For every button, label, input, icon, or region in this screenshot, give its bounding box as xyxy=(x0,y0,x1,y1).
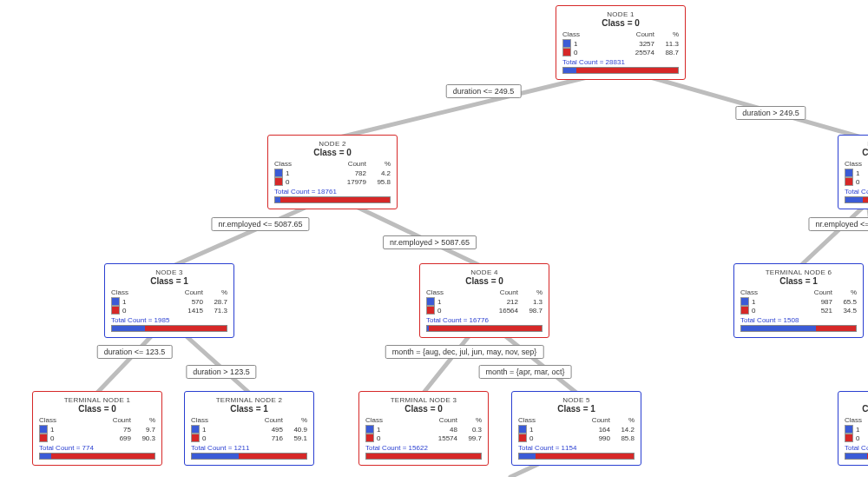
node-class: Class = 0 xyxy=(426,276,542,286)
total-count: Total Count = 1154 xyxy=(518,444,635,452)
class-row: 1325711.3 xyxy=(562,39,679,48)
class-row: 116414.2 xyxy=(518,425,635,434)
split-duration-gt: duration > 249.5 xyxy=(735,106,806,120)
decision-tree-canvas[interactable]: duration <= 249.5 duration > 249.5 nr.em… xyxy=(0,0,868,477)
total-count: Total Count = 10070 xyxy=(845,188,868,195)
node-title: TERMINAL NODE 3 xyxy=(365,396,482,404)
class-row: 1759.7 xyxy=(39,425,155,434)
node-right-clipped[interactable]: NODE Class = 1 Class 1 0 Total Count = 5… xyxy=(838,391,868,466)
split-month-set2: month = {apr, mar, oct} xyxy=(479,365,572,379)
node-3[interactable]: NODE 3 Class = 1 ClassCount% 157028.7 01… xyxy=(104,263,234,338)
class-row: 01656498.7 xyxy=(426,306,542,315)
split-nremployed-le: nr.employed <= 5087.65 xyxy=(211,217,309,231)
swatch-red-icon xyxy=(365,434,374,442)
swatch-blue-icon xyxy=(845,169,853,177)
swatch-red-icon xyxy=(562,48,571,56)
node-5[interactable]: NODE 5 Class = 1 ClassCount% 116414.2 09… xyxy=(511,391,641,466)
class-row: 052134.5 xyxy=(740,306,857,315)
node-title: NODE 1 xyxy=(562,10,679,18)
distribution-bar xyxy=(111,325,227,332)
total-count: Total Count = 15622 xyxy=(365,444,482,452)
node-title: TERMINAL NODE 1 xyxy=(39,396,155,404)
node-4[interactable]: NODE 4 Class = 0 ClassCount% 12121.3 016… xyxy=(419,263,549,338)
node-title: TERMINAL NODE 2 xyxy=(191,396,307,404)
svg-line-7 xyxy=(499,331,576,393)
swatch-red-icon xyxy=(274,177,283,186)
terminal-node-3[interactable]: TERMINAL NODE 3 Class = 0 ClassCount% 14… xyxy=(358,391,489,466)
swatch-blue-icon xyxy=(426,297,435,306)
terminal-node-6[interactable]: TERMINAL NODE 6 Class = 1 ClassCount% 19… xyxy=(733,263,864,338)
distribution-bar xyxy=(518,453,635,460)
swatch-red-icon xyxy=(191,434,200,442)
class-row: 12121.3 xyxy=(426,297,542,306)
node-class: Class = 0 xyxy=(39,404,155,414)
node-6[interactable]: NODE 6 Class = 1 Class 1 0 Total Count =… xyxy=(838,135,868,209)
class-row: 01557499.7 xyxy=(365,434,482,442)
class-row: 02557488.7 xyxy=(562,48,679,56)
total-count: Total Count = 1985 xyxy=(111,316,227,324)
distribution-bar xyxy=(426,325,542,332)
swatch-red-icon xyxy=(111,306,120,315)
node-class: Class = 0 xyxy=(274,148,391,157)
node-title: TERMINAL NODE 6 xyxy=(740,268,857,276)
terminal-node-1[interactable]: TERMINAL NODE 1 Class = 0 ClassCount% 17… xyxy=(32,391,162,466)
class-row: 1480.3 xyxy=(365,425,482,434)
distribution-bar xyxy=(562,67,679,74)
distribution-bar xyxy=(39,453,155,460)
svg-line-2 xyxy=(169,202,317,268)
split-duration-le: duration <= 249.5 xyxy=(446,84,522,98)
total-count: Total Count = 16776 xyxy=(426,316,542,324)
svg-line-9 xyxy=(799,202,868,268)
total-count: Total Count = 1211 xyxy=(191,444,307,452)
distribution-bar xyxy=(365,453,482,460)
class-row: 0 xyxy=(845,434,868,442)
distribution-bar xyxy=(740,325,857,332)
swatch-blue-icon xyxy=(191,425,200,434)
class-row: 099085.8 xyxy=(518,434,635,442)
node-header: ClassCount% xyxy=(562,30,679,38)
node-class: Class = 1 xyxy=(191,404,307,414)
swatch-blue-icon xyxy=(562,39,571,48)
class-row: 1 xyxy=(845,425,868,434)
swatch-blue-icon xyxy=(845,425,853,434)
node-class: Class = 1 xyxy=(740,276,857,286)
class-row: 17824.2 xyxy=(274,169,391,177)
node-class: Class = 1 xyxy=(845,404,868,414)
class-row: 157028.7 xyxy=(111,297,227,306)
swatch-red-icon xyxy=(426,306,435,315)
distribution-bar xyxy=(191,453,307,460)
node-class: Class = 0 xyxy=(365,404,482,414)
node-1[interactable]: NODE 1 Class = 0 ClassCount% 1325711.3 0… xyxy=(556,5,686,80)
total-count: Total Count = 1508 xyxy=(740,316,857,324)
node-class: Class = 1 xyxy=(518,404,635,414)
total-count: Total Count = 774 xyxy=(39,444,155,452)
swatch-blue-icon xyxy=(274,169,283,177)
node-title: NODE xyxy=(845,396,868,404)
total-count: Total Count = 18761 xyxy=(274,188,391,195)
class-row: 0 xyxy=(845,177,868,186)
split-duration-le-123: duration <= 123.5 xyxy=(97,345,173,359)
swatch-blue-icon xyxy=(111,297,120,306)
node-title: NODE 5 xyxy=(518,396,635,404)
terminal-node-2[interactable]: TERMINAL NODE 2 Class = 1 ClassCount% 14… xyxy=(184,391,314,466)
total-count: Total Count = 28831 xyxy=(562,58,679,66)
svg-line-4 xyxy=(97,331,156,393)
split-duration-gt-123: duration > 123.5 xyxy=(186,365,256,379)
swatch-blue-icon xyxy=(39,425,48,434)
split-nremployed-gt: nr.employed > 5087.65 xyxy=(383,235,477,249)
swatch-red-icon xyxy=(845,434,853,442)
swatch-red-icon xyxy=(740,306,749,315)
class-row: 071659.1 xyxy=(191,434,307,442)
node-title: NODE 6 xyxy=(845,140,868,148)
svg-line-6 xyxy=(424,331,473,393)
distribution-bar xyxy=(845,453,868,460)
split-n6-left: nr.employed <= 5087.65 xyxy=(808,217,868,231)
class-row: 198765.5 xyxy=(740,297,857,306)
class-row: 01797995.8 xyxy=(274,177,391,186)
swatch-blue-icon xyxy=(365,425,374,434)
node-2[interactable]: NODE 2 Class = 0 ClassCount% 17824.2 017… xyxy=(267,135,398,209)
svg-line-5 xyxy=(181,331,249,393)
node-class: Class = 0 xyxy=(562,18,679,28)
node-title: NODE 2 xyxy=(274,140,391,148)
swatch-red-icon xyxy=(39,434,48,442)
